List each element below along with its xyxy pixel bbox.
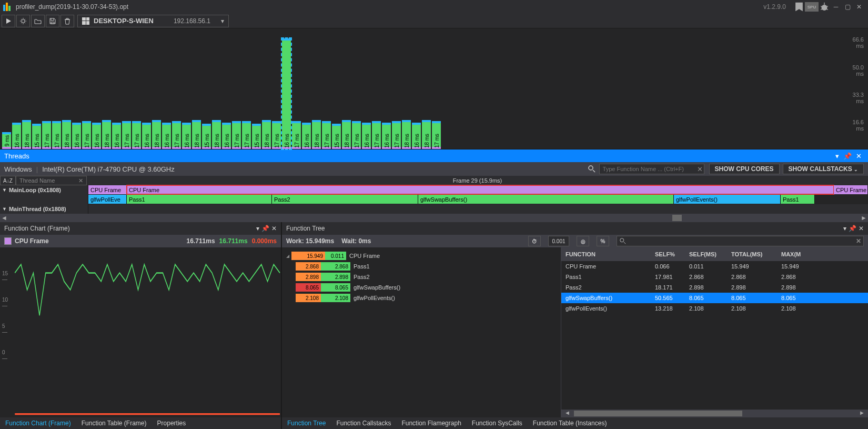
spu-icon[interactable]: SPU [805,2,819,12]
delete-button[interactable] [60,15,74,27]
tree-search-input[interactable] [627,237,856,245]
column-header[interactable]: FUNCTION [561,251,651,257]
tab[interactable]: Function Table (Frame) [76,417,152,429]
frame-bar[interactable]: 17 ms [272,121,281,149]
show-cpu-cores-button[interactable]: SHOW CPU CORES [709,164,780,174]
help-icon[interactable] [793,2,805,12]
clear-search-icon[interactable]: ✕ [694,165,706,173]
minimize-button[interactable]: ─ [830,2,842,12]
thread-label[interactable]: ▼MainThread (0x1808) [0,204,88,214]
frame-bar[interactable]: 17 ms [372,121,381,149]
frame-bar[interactable]: 18 ms [312,120,321,149]
frame-bars[interactable]: 9 ms16 ms18 ms15 ms17 ms17 ms18 ms16 ms1… [2,38,441,149]
show-callstacks-button[interactable]: SHOW CALLSTACKS ⌄ [783,164,864,174]
close-icon[interactable]: ✕ [271,225,277,232]
frame-bar[interactable]: 15 ms [252,124,261,149]
function-tree[interactable]: ◢15.9490.011CPU Frame2.8682.868Pass12.89… [282,247,561,417]
tab[interactable]: Properties [152,417,191,429]
tab[interactable]: Function Table (Instances) [528,417,612,429]
frame-bar[interactable]: 16 ms [142,123,151,149]
frame-bar[interactable]: 15 ms [332,124,341,149]
play-button[interactable] [2,15,15,27]
settings-button[interactable] [16,15,30,27]
frame-bar[interactable]: 16 ms [302,123,311,149]
frame-bar[interactable]: 18 ms [402,120,411,149]
percent-button[interactable]: % [597,236,609,246]
thread-label[interactable]: ▼MainLoop (0x1808) [0,185,88,195]
frame-bar[interactable]: 17 ms [82,121,91,149]
tab[interactable]: Function Tree [282,417,331,429]
dropdown-icon[interactable]: ▾ [256,225,259,232]
frame-bar[interactable]: 16 ms [92,123,101,149]
frame-bar[interactable]: 16 ms [162,123,171,149]
table-row[interactable]: glfwPollEvents()13.2182.1082.1082.108 [561,303,868,314]
table-row[interactable]: Pass117.9812.8682.8682.868 [561,272,868,282]
frame-bar[interactable]: 17 ms [52,121,61,149]
frame-bar[interactable]: 16 ms [362,123,371,149]
frame-bar[interactable]: 17 ms [232,121,241,149]
thread-name-filter[interactable]: Thread Name✕ [16,176,87,185]
close-icon[interactable]: ✕ [859,225,864,232]
timeline-block[interactable]: glfwPollEvents() [674,195,781,204]
frame-bar[interactable]: 18 ms [422,120,431,149]
frame-bar[interactable]: 18 ms [192,120,201,149]
sort-button[interactable]: A↓Z [0,176,16,185]
frame-bar[interactable]: 18 ms [62,120,71,149]
bug-icon[interactable] [819,2,830,12]
frame-bar[interactable]: 16 ms [282,38,291,149]
connection-selector[interactable]: DESKTOP-S-WIEN 192.168.56.1 ▾ [77,15,229,27]
frame-bar[interactable]: 17 ms [322,121,331,149]
timeline-block[interactable]: CPU Frame [88,185,127,194]
pin-icon[interactable]: 📌 [261,225,269,232]
tab[interactable]: Function Callstacks [331,417,396,429]
frame-bar[interactable]: 18 ms [212,120,221,149]
timeline-block[interactable]: CPU Frame [127,185,834,194]
function-search-input[interactable] [599,164,704,174]
column-header[interactable]: MAX(M [777,251,814,257]
timeline-block[interactable]: Pass1 [781,195,815,204]
frame-bar[interactable]: 16 ms [12,123,21,149]
frame-bar[interactable]: 17 ms [132,121,141,149]
frame-bar[interactable]: 16 ms [382,123,391,149]
frame-bar[interactable]: 18 ms [262,120,271,149]
frame-bar[interactable]: 15 ms [32,124,41,149]
close-icon[interactable]: ✕ [856,152,862,160]
tree-row[interactable]: 2.8982.898Pass2 [282,272,561,282]
tab[interactable]: Function SysCalls [467,417,528,429]
tree-row[interactable]: 2.8682.868Pass1 [282,261,561,272]
frame-bar[interactable]: 18 ms [152,120,161,149]
timeline-block[interactable]: Pass2 [272,195,418,204]
function-line-chart[interactable]: 15—10—5—0— [0,247,281,417]
frame-bar[interactable]: 17 ms [352,121,361,149]
tree-row[interactable]: 8.0658.065glfwSwapBuffers() [282,282,561,293]
dropdown-icon[interactable]: ▾ [835,152,839,160]
frame-bar[interactable]: 17 ms [242,121,251,149]
maximize-button[interactable]: ▢ [842,2,853,12]
column-header[interactable]: SELF(MS) [685,251,727,257]
frame-bar[interactable]: 18 ms [102,120,111,149]
tab[interactable]: Function Flamegraph [396,417,466,429]
frame-bar[interactable]: 16 ms [72,123,81,149]
table-row[interactable]: CPU Frame0.0660.01115.94915.949 [561,261,868,272]
clear-icon[interactable]: ✕ [856,237,861,245]
tree-row[interactable]: ◢15.9490.011CPU Frame [282,251,561,261]
threads-scrollbar[interactable]: ◄► [0,214,868,222]
frame-bar[interactable]: 9 ms [2,132,11,149]
timeline-block[interactable]: glfwSwapBuffers() [418,195,674,204]
stopwatch-button[interactable]: ⏱ [528,236,541,246]
frame-bar[interactable]: 18 ms [22,120,31,149]
timeline-block[interactable]: glfwPollEve [88,195,127,204]
frame-bar[interactable]: 17 ms [392,121,401,149]
frame-bar[interactable]: 16 ms [412,123,421,149]
tree-row[interactable]: 2.1082.108glfwPollEvents() [282,293,561,303]
frame-graph[interactable]: 66.6 ms50.0 ms33.3 ms16.6 ms 9 ms16 ms18… [0,28,868,149]
pin-icon[interactable]: 📌 [849,225,856,232]
open-button[interactable] [31,15,45,27]
frame-bar[interactable]: 16 ms [112,123,121,149]
table-scrollbar[interactable]: ◄► [561,410,868,417]
table-row[interactable]: Pass218.1712.8982.8982.898 [561,282,868,293]
clear-icon[interactable]: ✕ [78,177,83,184]
frame-bar[interactable]: 17 ms [292,121,301,149]
target-button[interactable]: ◎ [577,236,589,246]
frame-bar[interactable]: 15 ms [202,124,211,149]
